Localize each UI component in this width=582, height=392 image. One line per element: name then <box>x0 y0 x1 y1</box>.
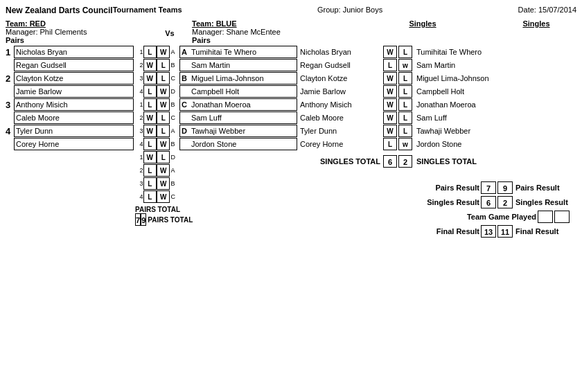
singles-row-2: Regan Gudsell L w Sam Martin <box>299 59 576 71</box>
final-result-blue-box: 11 <box>497 225 513 238</box>
singles-result-red-box: 6 <box>481 196 496 208</box>
pairs-total-blue-box: 9 <box>141 213 146 226</box>
final-result-label-right: Final Result <box>514 227 570 235</box>
singles-red-name-8: Corey Horne <box>299 140 382 148</box>
red-row-3: 2 Clayton Kotze <box>6 72 134 84</box>
singles-cols-header: Singles Singles <box>382 19 576 28</box>
blue-player-6: Sam Luff <box>179 112 297 124</box>
vs-red-10: L <box>143 164 157 177</box>
singles-blue-name-3: Miguel Lima-Johnson <box>414 74 497 82</box>
blue-letter-5: C <box>182 100 191 109</box>
vs-letter-3: C <box>170 75 178 82</box>
red-player-2: Regan Gudsell <box>14 59 134 71</box>
blue-letter-7: D <box>182 127 191 135</box>
singles-blue-name-2: Sam Martin <box>414 61 497 69</box>
pairs-result-red-box: 7 <box>481 181 496 194</box>
pair-num-1: 1 <box>6 47 14 57</box>
vs-blue-11: W <box>157 177 170 190</box>
pairs-result-label: Pairs Result <box>403 184 479 192</box>
singles-total-label-left: SINGLES TOTAL <box>299 157 382 166</box>
red-row-1: 1 Nicholas Bryan <box>6 46 134 58</box>
singles-blue-name-5: Jonathan Moeroa <box>414 100 497 109</box>
blue-name-7: Tawhaji Webber <box>191 127 245 135</box>
singles-red-name-1: Nicholas Bryan <box>299 48 382 56</box>
page-container: New Zealand Darts Council Tournament Tea… <box>6 6 576 240</box>
singles-blue-name-4: Campbell Holt <box>414 87 497 96</box>
vs-score-row-12: 4 L W C <box>135 190 178 203</box>
vs-red-6: W <box>143 112 157 124</box>
red-row-8: Corey Horne <box>6 138 134 150</box>
singles-row-6: Caleb Moore W L Sam Luff <box>299 112 576 124</box>
vs-num-1: 1 <box>135 48 143 55</box>
vs-score-row-6: 2 W L C <box>135 112 178 124</box>
vs-blue-6: L <box>157 112 170 124</box>
pairs-result-blue-box: 9 <box>497 181 513 194</box>
red-row-4: Jamie Barlow <box>6 85 134 98</box>
red-row-7: 4 Tyler Dunn <box>6 125 134 137</box>
header-left: New Zealand Darts Council <box>6 6 113 15</box>
blue-name-6: Sam Luff <box>191 114 222 122</box>
blue-player-2: Sam Martin <box>179 59 297 71</box>
singles-red-w-4: W <box>383 85 397 98</box>
singles-red-name-4: Jamie Barlow <box>299 87 382 96</box>
singles-result-label: Singles Result <box>403 198 479 206</box>
vs-score-row-3: 3 W L C <box>135 72 178 84</box>
final-result-label: Final Result <box>403 227 479 235</box>
singles-result-label-right: Singles Result <box>514 198 570 206</box>
singles-total-blue-box: 2 <box>398 155 412 168</box>
red-row-2: Regan Gudsell <box>6 59 134 71</box>
org-name: New Zealand Darts Council <box>6 6 113 15</box>
pairs-result-label-right: Pairs Result <box>514 184 570 192</box>
vs-blue-2: L <box>157 59 170 71</box>
red-player-5: Anthony Misich <box>14 98 134 111</box>
singles-red-l-2: w <box>398 59 412 71</box>
vs-label: Vs <box>149 19 191 44</box>
vs-score-row-4: 4 L W D <box>135 85 178 98</box>
team-game-row: Team Game Played <box>460 211 570 223</box>
vs-blue-8: W <box>157 138 170 150</box>
vs-num-6: 2 <box>135 114 143 121</box>
vs-red-7: W <box>143 125 157 137</box>
red-player-7: Tyler Dunn <box>14 125 134 137</box>
pair-num-3: 3 <box>6 100 14 110</box>
team-red-label: Team: RED <box>6 19 148 28</box>
red-player-6: Caleb Moore <box>14 112 134 124</box>
red-player-name-2: Regan Gudsell <box>16 61 67 69</box>
singles-row-7: Tyler Dunn W L Tawhaji Webber <box>299 125 576 137</box>
singles-row-1: Nicholas Bryan W L Tumihitai Te Whero <box>299 46 576 58</box>
singles-red-l-5: L <box>398 98 412 111</box>
main-content: 1 Nicholas Bryan Regan Gudsell 2 Clayton… <box>6 46 576 240</box>
blue-player-5: C Jonathan Moeroa <box>179 98 297 111</box>
blue-player-3: B Miguel Lima-Johnson <box>179 72 297 84</box>
vs-letter-8: B <box>170 141 178 148</box>
singles-red-name-5: Anthony Misich <box>299 100 382 109</box>
team-game-blue-box <box>554 211 570 223</box>
singles-red-l-6: L <box>398 112 412 124</box>
vs-blue-1: W <box>157 46 170 58</box>
vs-blue-5: W <box>157 98 170 111</box>
red-row-6: Caleb Moore <box>6 112 134 124</box>
header-right: Date: 15/07/2014 <box>518 6 576 15</box>
red-player-name-7: Tyler Dunn <box>16 127 53 135</box>
vs-score-row-11: 3 L W B <box>135 177 178 190</box>
vs-score-row-7: 3 W L A <box>135 125 178 137</box>
header-center: Tournament Teams <box>113 6 182 15</box>
vs-num-3: 3 <box>135 75 143 82</box>
manager-red: Manager: Phil Clements <box>6 28 148 36</box>
pairs-total-row: PAIRS TOTAL <box>135 206 178 213</box>
red-player-name-4: Jamie Barlow <box>16 87 62 96</box>
singles-blue-name-8: Jordon Stone <box>414 140 497 148</box>
vs-blue-12: W <box>157 190 170 203</box>
vs-num-5: 1 <box>135 101 143 108</box>
pairs-label-red: Pairs <box>6 36 148 44</box>
vs-text: Vs <box>165 29 174 37</box>
singles-red-w-5: W <box>383 98 397 111</box>
vs-letter-1: A <box>170 48 178 55</box>
singles-red-w-6: W <box>383 112 397 124</box>
results-section: Pairs Result 7 9 Pairs Result Singles Re… <box>299 181 576 240</box>
singles-blue-name-7: Tawhaji Webber <box>414 127 497 135</box>
pairs-total-boxes: 7 9 PAIRS TOTAL <box>135 213 178 226</box>
final-result-row: Final Result 13 11 Final Result <box>403 225 570 238</box>
blue-name-4: Campbell Holt <box>191 87 239 96</box>
red-player-name-6: Caleb Moore <box>16 114 60 122</box>
